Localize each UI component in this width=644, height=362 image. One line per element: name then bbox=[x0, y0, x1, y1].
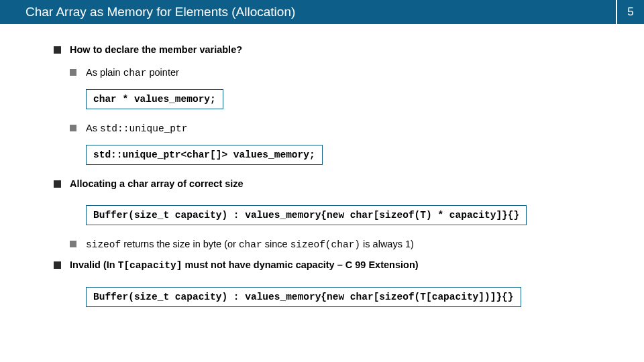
text-invalid-pre: Invalid (In bbox=[70, 259, 118, 270]
code-sizeof: sizeof bbox=[86, 239, 121, 250]
bullet-sizeof-note: sizeof returns the size in byte (or char… bbox=[70, 239, 644, 250]
code-sizeof-char: sizeof(char) bbox=[290, 239, 360, 250]
code-char: char bbox=[123, 68, 147, 78]
text-plain-post: pointer bbox=[146, 67, 178, 78]
bullet-plain-char-pointer: As plain char pointer bbox=[70, 67, 644, 78]
slide-number: 5 bbox=[616, 0, 644, 24]
code-box-unique-ptr: std::unique_ptr<char[]> values_memory; bbox=[86, 145, 323, 165]
text-plain-pre: As plain bbox=[86, 67, 123, 78]
text-sizeof-post: is always 1) bbox=[360, 239, 414, 249]
text-uptr-pre: As bbox=[86, 123, 100, 133]
bullet-declare-question: How to declare the member variable? bbox=[54, 44, 644, 55]
slide: Char Array as Memory for Elements (Alloc… bbox=[0, 0, 644, 362]
text-invalid-post: must not have dynamic capacity – C 99 Ex… bbox=[182, 259, 418, 270]
bullet-allocating: Allocating a char array of correct size bbox=[54, 178, 644, 189]
slide-content: How to declare the member variable? As p… bbox=[0, 24, 644, 311]
text-sizeof-mid2: since bbox=[262, 239, 290, 249]
text-sizeof-mid: returns the size in byte (or bbox=[121, 239, 239, 249]
code-box-invalid: Buffer(size_t capacity) : values_memory{… bbox=[86, 287, 521, 307]
code-box-char-pointer: char * values_memory; bbox=[86, 89, 223, 109]
bullet-unique-ptr: As std::unique_ptr bbox=[70, 123, 644, 134]
code-char2: char bbox=[239, 239, 262, 250]
code-t-capacity: T[capacity] bbox=[118, 260, 182, 271]
bullet-invalid: Invalid (In T[capacity] must not have dy… bbox=[54, 259, 644, 271]
title-bar: Char Array as Memory for Elements (Alloc… bbox=[0, 0, 644, 24]
code-unique-ptr: std::unique_ptr bbox=[100, 123, 188, 134]
slide-title: Char Array as Memory for Elements (Alloc… bbox=[0, 0, 616, 24]
code-box-buffer-alloc: Buffer(size_t capacity) : values_memory{… bbox=[86, 205, 527, 225]
